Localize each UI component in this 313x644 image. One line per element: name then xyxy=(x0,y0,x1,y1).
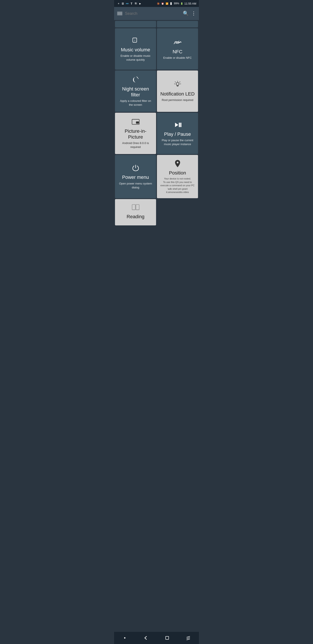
tile-power-menu[interactable]: Power menu Open power menu system dialog xyxy=(115,155,156,198)
svg-rect-16 xyxy=(179,123,180,127)
night-filter-desc: Apply a coloured filter on the screen xyxy=(118,99,153,107)
nfc-desc: Enable or disable NFC xyxy=(163,56,192,60)
nfc-title: NFC xyxy=(173,49,182,54)
pip-desc: Android Oreo 8.0.0 is required xyxy=(118,141,153,149)
amoled-icon: AM xyxy=(125,2,129,5)
battery-icon: 🔋 xyxy=(180,2,183,5)
svg-point-3 xyxy=(138,78,138,79)
svg-point-5 xyxy=(176,82,179,85)
tile-play-pause[interactable]: Play / Pause Play or pause the current m… xyxy=(157,113,198,154)
svg-marker-15 xyxy=(175,123,178,127)
tile-music-volume[interactable]: ♪ Music volume Enable or disable music v… xyxy=(115,28,156,70)
tile-pip[interactable]: Picture-in-Picture Android Oreo 8.0.0 is… xyxy=(115,113,156,154)
play-pause-title: Play / Pause xyxy=(164,132,191,137)
signal-icon: ▊ xyxy=(170,2,173,5)
play-icon: ▶ xyxy=(138,2,142,5)
reading-placeholder xyxy=(157,199,198,225)
night-filter-icon xyxy=(131,75,140,84)
pip-icon xyxy=(131,118,140,126)
svg-text:♪: ♪ xyxy=(134,38,135,42)
more-options-icon[interactable]: ⋮ xyxy=(191,11,196,16)
svg-rect-6 xyxy=(177,85,178,86)
tile-notification-led[interactable]: Notification LED Root permission require… xyxy=(157,70,198,112)
status-bar: ☀ 🖼 AM T 翻 ▶ 🔕 ⏰ 📶 ▊ 99% 🔋 11:55 AM xyxy=(114,0,199,7)
t-icon: T xyxy=(130,2,133,5)
sun-icon: ☀ xyxy=(117,2,120,5)
svg-point-2 xyxy=(137,77,138,78)
notification-led-desc: Root permission required xyxy=(162,98,193,102)
tiles-grid: ♪ Music volume Enable or disable music v… xyxy=(114,28,199,199)
svg-line-11 xyxy=(175,82,176,82)
svg-rect-7 xyxy=(177,86,178,86)
play-pause-icon xyxy=(173,120,182,129)
search-input[interactable] xyxy=(125,11,180,16)
partial-tile-right xyxy=(157,21,198,28)
tile-nfc[interactable]: NFC Enable or disable NFC xyxy=(157,28,198,70)
alarm-icon: ⏰ xyxy=(161,2,164,5)
svg-line-9 xyxy=(180,82,180,82)
status-time: 11:55 AM xyxy=(184,2,196,5)
position-title: Position xyxy=(169,170,186,176)
reading-title: Reading xyxy=(127,214,145,220)
svg-rect-14 xyxy=(136,122,139,124)
notification-led-title: Notification LED xyxy=(160,91,195,97)
translate-icon: 翻 xyxy=(134,2,138,5)
power-menu-title: Power menu xyxy=(122,174,149,180)
pip-title: Picture-in-Picture xyxy=(118,128,153,140)
music-volume-icon: ♪ xyxy=(131,36,140,45)
hamburger-menu-button[interactable] xyxy=(117,12,122,15)
position-desc: Your device is not rooted.To use this QS… xyxy=(160,177,195,194)
search-icon[interactable]: 🔍 xyxy=(183,11,189,16)
svg-rect-21 xyxy=(132,205,135,210)
music-volume-desc: Enable or disable music volume quickly xyxy=(118,54,153,62)
play-pause-desc: Play or pause the current music player i… xyxy=(160,138,195,146)
svg-rect-17 xyxy=(180,123,181,127)
battery-text: 99% xyxy=(174,2,179,5)
tile-night-screen-filter[interactable]: Night screen filter Apply a coloured fil… xyxy=(115,70,156,112)
status-left-icons: ☀ 🖼 AM T 翻 ▶ xyxy=(117,2,142,5)
svg-point-4 xyxy=(136,76,137,77)
night-filter-title: Night screen filter xyxy=(118,86,153,98)
wifi-icon: 📶 xyxy=(165,2,169,5)
music-volume-title: Music volume xyxy=(121,47,150,53)
search-bar: 🔍 ⋮ xyxy=(114,7,199,20)
mute-icon: 🔕 xyxy=(156,2,160,5)
position-icon xyxy=(173,159,182,168)
svg-point-18 xyxy=(177,162,178,164)
power-menu-desc: Open power menu system dialog xyxy=(118,182,153,190)
tile-position[interactable]: Position Your device is not rooted.To us… xyxy=(157,155,198,198)
tile-reading[interactable]: Reading xyxy=(115,199,156,225)
svg-rect-22 xyxy=(136,205,139,210)
nfc-icon xyxy=(173,38,182,47)
status-right-icons: 🔕 ⏰ 📶 ▊ 99% 🔋 11:55 AM xyxy=(156,2,196,5)
power-menu-icon xyxy=(131,164,140,172)
reading-icon xyxy=(131,203,140,212)
partial-tile-left xyxy=(115,21,156,28)
notification-led-icon xyxy=(173,80,182,89)
photo-icon: 🖼 xyxy=(121,2,125,5)
